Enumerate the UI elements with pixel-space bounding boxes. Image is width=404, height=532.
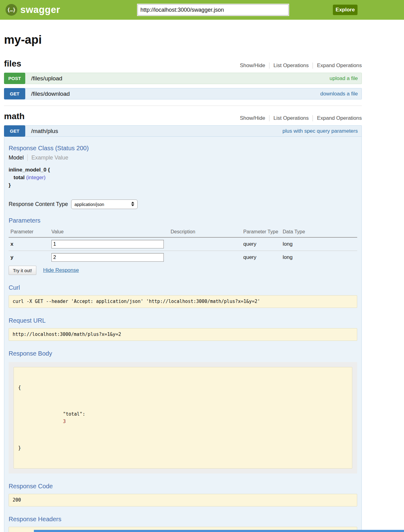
param-row-x: x query long bbox=[9, 237, 357, 251]
column-header-parameter-type: Parameter Type bbox=[241, 227, 281, 237]
response-content-type-row: Response Content Type application/json bbox=[9, 200, 357, 209]
param-data-type: long bbox=[281, 251, 357, 264]
column-header-description: Description bbox=[169, 227, 241, 237]
response-headers-heading: Response Headers bbox=[9, 516, 357, 523]
param-name: x bbox=[9, 237, 50, 251]
try-it-out-button[interactable]: Try it out! bbox=[9, 266, 36, 275]
endpoint-row-get-math-plus[interactable]: GET /math/plus plus with spec query para… bbox=[4, 125, 362, 137]
show-hide-link[interactable]: Show/Hide bbox=[236, 62, 269, 69]
section-controls-files: Show/Hide List Operations Expand Operati… bbox=[236, 62, 362, 69]
section-files: files Show/Hide List Operations Expand O… bbox=[4, 59, 362, 106]
expand-operations-link[interactable]: Expand Operations bbox=[313, 62, 362, 69]
spec-url-input[interactable] bbox=[138, 4, 289, 15]
method-badge-get: GET bbox=[4, 125, 25, 137]
model-close: } bbox=[9, 181, 357, 189]
parameters-heading: Parameters bbox=[9, 217, 357, 224]
json-open-brace: { bbox=[18, 384, 348, 391]
tab-model[interactable]: Model bbox=[9, 155, 24, 161]
response-class-heading: Response Class (Status 200) bbox=[9, 145, 357, 152]
param-type: query bbox=[241, 251, 281, 264]
bottom-blue-bar bbox=[34, 530, 404, 532]
selected-content-type: application/json bbox=[75, 202, 104, 207]
model-open: inline_model_0 { bbox=[9, 166, 357, 174]
request-url-box: http://localhost:3000/math/plus?x=1&y=2 bbox=[9, 328, 357, 341]
section-title-math: math bbox=[4, 111, 25, 121]
request-url-heading: Request URL bbox=[9, 317, 357, 324]
response-body-box: { "total": 3 } bbox=[14, 367, 352, 469]
list-operations-link[interactable]: List Operations bbox=[269, 62, 313, 69]
param-description bbox=[169, 237, 241, 251]
param-type: query bbox=[241, 237, 281, 251]
method-badge-get: GET bbox=[4, 88, 25, 99]
column-header-data-type: Data Type bbox=[281, 227, 357, 237]
response-content-type-label: Response Content Type bbox=[9, 201, 68, 208]
tab-separator bbox=[27, 154, 28, 161]
content-wrap: my-api files Show/Hide List Operations E… bbox=[4, 33, 362, 532]
model-prop-type: (integer) bbox=[26, 175, 46, 180]
endpoint-summary-link[interactable]: upload a file bbox=[329, 75, 358, 82]
endpoint-path-link[interactable]: /math/plus bbox=[31, 128, 58, 135]
model-tabs: Model Example Value bbox=[9, 154, 357, 161]
header-bar: {…} swagger Explore bbox=[0, 0, 404, 20]
json-value: 3 bbox=[63, 419, 66, 424]
page-title: my-api bbox=[4, 33, 362, 46]
expand-operations-link[interactable]: Expand Operations bbox=[313, 115, 362, 121]
param-y-input[interactable] bbox=[51, 253, 164, 262]
param-description bbox=[169, 251, 241, 264]
param-row-y: y query long bbox=[9, 251, 357, 264]
response-body-shell: { "total": 3 } bbox=[9, 362, 357, 474]
json-close-brace: } bbox=[18, 444, 348, 452]
json-key: "total": bbox=[63, 411, 85, 417]
param-data-type: long bbox=[281, 237, 357, 251]
response-body-heading: Response Body bbox=[9, 350, 357, 357]
endpoint-summary-link[interactable]: plus with spec query parameters bbox=[282, 128, 358, 134]
model-signature: inline_model_0 { total (integer) } bbox=[9, 166, 357, 189]
response-code-heading: Response Code bbox=[9, 483, 357, 490]
explore-button[interactable]: Explore bbox=[333, 5, 358, 15]
endpoint-path-link[interactable]: /files/download bbox=[31, 91, 70, 97]
operation-content: Response Class (Status 200) Model Exampl… bbox=[4, 137, 362, 532]
response-code-box: 200 bbox=[9, 494, 357, 506]
endpoint-path-link[interactable]: /files/upload bbox=[31, 75, 62, 82]
param-x-input[interactable] bbox=[51, 240, 164, 248]
list-operations-link[interactable]: List Operations bbox=[269, 115, 313, 121]
endpoint-summary-link[interactable]: downloads a file bbox=[320, 91, 358, 97]
section-title-files: files bbox=[4, 59, 21, 69]
column-header-value: Value bbox=[50, 227, 169, 237]
method-badge-post: POST bbox=[4, 73, 25, 84]
curl-heading: Curl bbox=[9, 284, 357, 291]
hide-response-link[interactable]: Hide Response bbox=[43, 267, 79, 273]
model-prop-name: total bbox=[14, 175, 25, 180]
tab-example-value[interactable]: Example Value bbox=[31, 155, 68, 161]
response-content-type-select[interactable]: application/json bbox=[71, 200, 138, 209]
select-arrows-icon bbox=[131, 202, 134, 206]
show-hide-link[interactable]: Show/Hide bbox=[236, 115, 269, 121]
param-name: y bbox=[9, 251, 50, 264]
endpoint-row-post-files-upload[interactable]: POST /files/upload upload a file bbox=[4, 73, 362, 84]
section-math: math Show/Hide List Operations Expand Op… bbox=[4, 111, 362, 532]
swagger-logo-icon: {…} bbox=[6, 4, 17, 16]
column-header-parameter: Parameter bbox=[9, 227, 50, 237]
parameters-table: Parameter Value Description Parameter Ty… bbox=[9, 227, 357, 264]
endpoint-row-get-files-download[interactable]: GET /files/download downloads a file bbox=[4, 88, 362, 99]
operation-block-get-math-plus: GET /math/plus plus with spec query para… bbox=[4, 125, 362, 532]
curl-command-box: curl -X GET --header 'Accept: applicatio… bbox=[9, 295, 357, 308]
swagger-brand[interactable]: {…} swagger bbox=[6, 0, 60, 20]
section-controls-math: Show/Hide List Operations Expand Operati… bbox=[236, 115, 362, 121]
brand-name: swagger bbox=[20, 4, 60, 15]
